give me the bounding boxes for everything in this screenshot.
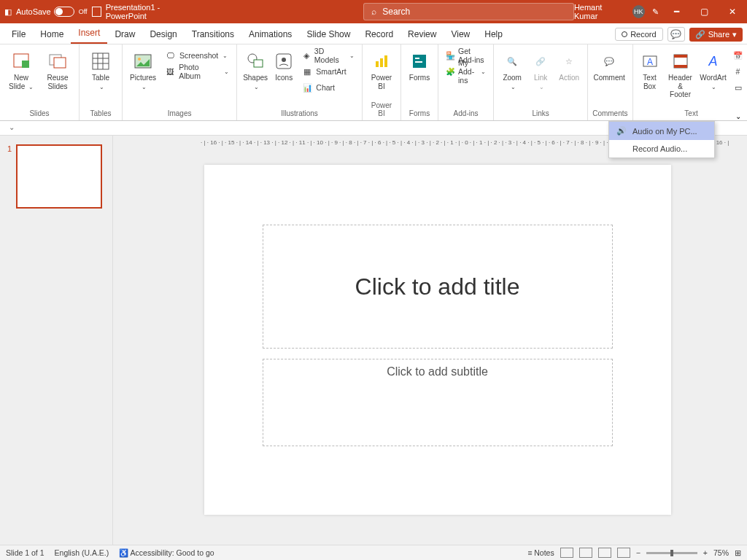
collapse-ribbon-icon[interactable]: ⌄ [735, 112, 741, 120]
audio-dropdown: 🔊 Audio on My PC... Record Audio... [608, 121, 715, 158]
minimize-button[interactable]: ━ [666, 4, 686, 20]
tab-design[interactable]: Design [142, 25, 184, 44]
svg-rect-16 [380, 58, 383, 67]
zoom-out-button[interactable]: − [636, 548, 640, 557]
record-audio-item[interactable]: Record Audio... [609, 140, 714, 158]
svg-rect-24 [674, 55, 687, 58]
record-button[interactable]: Record [615, 28, 662, 41]
textbox-button[interactable]: AText Box [638, 47, 662, 92]
header-footer-button[interactable]: Header & Footer [665, 47, 696, 101]
reading-view-button[interactable] [598, 548, 611, 558]
svg-rect-4 [93, 53, 109, 69]
slide-canvas-area[interactable]: Click to add title Click to add subtitle [128, 149, 747, 545]
document-title: Presentation1 - PowerPoint [106, 3, 196, 20]
table-button[interactable]: Table⌄ [84, 47, 117, 92]
svg-rect-25 [674, 65, 687, 68]
maximize-button[interactable]: ▢ [694, 4, 714, 20]
subtitle-placeholder[interactable]: Click to add subtitle [263, 359, 613, 446]
reuse-slides-button[interactable]: Reuse Slides [41, 47, 74, 92]
forms-button[interactable]: Forms [406, 47, 433, 84]
share-button[interactable]: 🔗 Share ▾ [689, 28, 743, 42]
tab-draw[interactable]: Draw [107, 25, 142, 44]
tab-view[interactable]: View [444, 25, 477, 44]
svg-point-14 [282, 58, 286, 62]
zoom-level[interactable]: 75% [713, 548, 729, 557]
svg-rect-1 [22, 61, 29, 68]
shapes-button[interactable]: Shapes⌄ [241, 47, 269, 92]
date-time-button[interactable]: 📅 [731, 47, 746, 63]
user-name: Hemant Kumar [574, 3, 625, 20]
smartart-button[interactable]: ▦SmartArt [298, 63, 357, 79]
speaker-icon: 🔊 [616, 126, 627, 136]
tab-slideshow[interactable]: Slide Show [299, 25, 357, 44]
svg-rect-17 [384, 55, 387, 67]
tab-record[interactable]: Record [357, 25, 400, 44]
slide-number-button[interactable]: # [731, 63, 746, 79]
chart-button[interactable]: 📊Chart [298, 79, 357, 96]
icons-button[interactable]: Icons [272, 47, 295, 84]
ribbon: New Slide ⌄ Reuse Slides Slides Table⌄ T… [0, 44, 747, 121]
ribbon-tabs: File Home Insert Draw Design Transitions… [0, 23, 747, 44]
photo-album-button[interactable]: 🖼Photo Album⌄ [162, 63, 232, 79]
comment-button[interactable]: 💬Comment [592, 47, 626, 84]
zoom-button[interactable]: 🔍Zoom⌄ [498, 47, 526, 92]
pictures-button[interactable]: Pictures⌄ [127, 47, 159, 92]
slide-counter[interactable]: Slide 1 of 1 [6, 548, 44, 557]
search-input[interactable]: ⌕ Search [363, 3, 574, 20]
vertical-ruler [113, 136, 128, 545]
title-bar: ◧ AutoSave Off Presentation1 - PowerPoin… [0, 0, 747, 23]
autosave-toggle[interactable]: AutoSave Off [16, 7, 88, 17]
svg-rect-15 [376, 61, 379, 67]
zoom-slider[interactable] [646, 552, 697, 554]
screenshot-button[interactable]: 🖵Screenshot⌄ [162, 47, 232, 63]
action-button[interactable]: ☆Action [555, 47, 583, 84]
slide-thumbnail-1[interactable] [16, 144, 102, 209]
notes-button[interactable]: ≡ Notes [527, 548, 554, 557]
thumbnail-pane[interactable]: 1 [0, 136, 113, 545]
close-button[interactable]: ✕ [722, 4, 743, 20]
svg-rect-3 [54, 58, 66, 68]
avatar[interactable]: HK [632, 5, 645, 18]
tab-animations[interactable]: Animations [241, 25, 299, 44]
title-placeholder[interactable]: Click to add title [263, 225, 613, 349]
my-addins-button[interactable]: 🧩My Add-ins⌄ [443, 63, 489, 79]
tab-help[interactable]: Help [477, 25, 510, 44]
status-bar: Slide 1 of 1 English (U.A.E.) ♿ Accessib… [0, 545, 747, 560]
accessibility-status[interactable]: ♿ Accessibility: Good to go [119, 548, 214, 558]
search-icon: ⌕ [371, 7, 376, 17]
slide-number: 1 [7, 144, 12, 209]
zoom-in-button[interactable]: + [703, 548, 708, 557]
qat-dropdown-icon[interactable]: ⌄ [9, 123, 15, 131]
language-status[interactable]: English (U.A.E.) [55, 548, 109, 557]
slideshow-view-button[interactable] [617, 548, 630, 558]
svg-rect-12 [254, 60, 263, 67]
comments-pane-button[interactable]: 💬 [667, 27, 685, 42]
link-button[interactable]: 🔗Link⌄ [529, 47, 552, 92]
audio-on-my-pc-item[interactable]: 🔊 Audio on My PC... [609, 122, 714, 140]
powerbi-button[interactable]: Power BI [367, 47, 396, 92]
workspace: 1 · | · 16 · | · 15 · | · 14 · | · 13 · … [0, 136, 747, 545]
svg-rect-19 [415, 58, 419, 59]
svg-point-10 [138, 58, 141, 61]
pen-icon[interactable]: ✎ [652, 7, 659, 17]
tab-home[interactable]: Home [33, 25, 71, 44]
fit-to-window-button[interactable]: ⊞ [735, 548, 741, 557]
new-slide-button[interactable]: New Slide ⌄ [4, 47, 38, 92]
object-button[interactable]: ▭ [731, 79, 746, 96]
slide-sorter-button[interactable] [579, 548, 592, 558]
3d-models-button[interactable]: ◈3D Models⌄ [298, 47, 357, 63]
tab-file[interactable]: File [4, 25, 33, 44]
tab-transitions[interactable]: Transitions [185, 25, 241, 44]
svg-rect-20 [415, 61, 422, 63]
app-icon: ◧ [4, 7, 12, 17]
svg-text:A: A [647, 57, 653, 67]
slide[interactable]: Click to add title Click to add subtitle [204, 165, 671, 515]
tab-review[interactable]: Review [400, 25, 444, 44]
wordart-button[interactable]: AWordArt⌄ [699, 47, 728, 92]
save-icon[interactable] [92, 7, 101, 17]
tab-insert[interactable]: Insert [71, 23, 107, 44]
normal-view-button[interactable] [560, 548, 573, 558]
